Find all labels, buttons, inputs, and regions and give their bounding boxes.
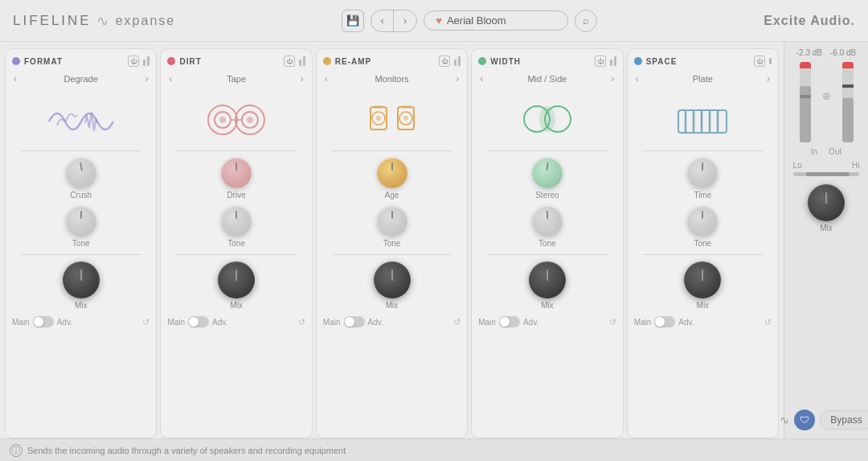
reamp-tone-knob[interactable] [377,206,407,237]
reamp-next-arrow[interactable]: › [452,72,462,86]
module-reamp-dot [323,57,331,65]
reamp-reset-button[interactable]: ↺ [453,317,461,327]
out-meter-handle[interactable] [842,84,854,88]
drive-knob-section: Drive [221,158,252,200]
wave-icon[interactable]: ∿ [780,414,789,426]
reamp-toggle[interactable] [344,316,365,327]
space-reset-button[interactable]: ↺ [764,317,772,327]
width-mix-knob[interactable] [529,261,566,298]
space-toggle[interactable] [654,316,675,327]
module-width-dot [478,57,486,65]
module-dirt-power[interactable]: ⏻ [284,56,295,67]
width-toggle-thumb [500,317,510,327]
space-prev-arrow[interactable]: ‹ [633,72,642,86]
width-visual [472,91,622,147]
module-reamp-header: RE-AMP ⏻ [317,49,467,70]
space-mix-knob-section: Mix [684,261,721,310]
main-content: FORMAT ⏻ ‹ Degrade › [0,42,868,438]
lohi-track[interactable] [793,172,860,176]
crush-knob[interactable] [66,158,96,188]
width-tone-knob[interactable] [532,206,563,237]
dirt-sep2 [176,254,297,255]
in-meter-handle[interactable] [800,95,811,98]
dirt-tone-knob[interactable] [221,206,252,237]
lo-label: Lo [793,161,802,170]
module-space-power[interactable]: ⏻ [754,56,765,67]
bar1 [769,58,772,64]
format-tone-knob[interactable] [66,206,96,237]
link-section: ⊕ [821,90,833,102]
shield-button[interactable]: 🛡 [794,410,815,430]
module-reamp-power[interactable]: ⏻ [439,56,450,67]
reamp-sep2 [332,254,452,255]
next-preset-button[interactable]: › [394,10,416,31]
module-width-title: WIDTH [490,57,590,66]
reamp-mix-label: Mix [386,301,399,310]
module-dirt-preset-nav: ‹ Tape › [161,70,311,91]
svg-rect-14 [401,105,411,109]
dirt-prev-arrow[interactable]: ‹ [166,72,175,86]
format-mix-knob-section: Mix [63,261,100,310]
format-main-label: Main [12,318,30,327]
master-mix-knob[interactable] [808,184,845,221]
preset-display[interactable]: ♥ Aerial Bloom [424,10,568,31]
module-space-bars [769,58,772,64]
dirt-toggle-thumb [189,317,199,327]
width-main-label: Main [478,318,496,327]
space-mix-indicator [702,270,703,281]
time-knob[interactable] [687,158,718,188]
bar1 [610,60,612,66]
save-button[interactable]: 💾 [342,10,364,32]
dirt-visual [161,91,311,147]
dirt-toggle[interactable] [188,316,209,327]
bar2 [458,56,461,66]
module-format-preset-nav: ‹ Degrade › [6,70,156,91]
reamp-preset-label: Monitors [375,74,408,84]
dirt-next-arrow[interactable]: › [297,72,307,86]
width-next-arrow[interactable]: › [608,72,618,86]
format-prev-arrow[interactable]: ‹ [10,72,20,86]
space-next-arrow[interactable]: › [764,72,773,86]
drive-knob[interactable] [221,158,252,188]
stereo-label: Stereo [535,191,559,200]
module-width-power[interactable]: ⏻ [595,56,606,67]
width-tone-indicator [547,211,548,219]
width-footer: Main Adv. ↺ [472,313,622,329]
width-toggle[interactable] [499,316,520,327]
search-button[interactable]: ⌕ [575,10,597,32]
dirt-tone-knob-section: Tone [221,206,252,248]
dirt-mix-knob[interactable] [218,261,255,298]
age-knob[interactable] [377,158,407,188]
format-next-arrow[interactable]: › [141,72,151,86]
link-icon[interactable]: ⊕ [822,90,831,102]
reamp-mix-knob[interactable] [374,261,411,298]
format-reset-button[interactable]: ↺ [142,317,149,327]
space-mix-knob[interactable] [684,261,721,298]
age-knob-section: Age [377,158,407,200]
format-toggle[interactable] [33,316,54,327]
width-prev-arrow[interactable]: ‹ [477,72,486,86]
module-reamp-preset-nav: ‹ Monitors › [317,70,467,91]
space-tone-knob[interactable] [687,206,718,237]
dirt-reset-button[interactable]: ↺ [298,317,305,327]
width-mix-knob-section: Mix [529,261,566,310]
module-width: WIDTH ⏻ ‹ Mid / Side › [471,48,623,438]
dirt-sep1 [176,150,297,151]
width-reset-button[interactable]: ↺ [609,317,616,327]
module-space: SPACE ⏻ ‹ Plate › [627,48,779,438]
bypass-button[interactable]: Bypass [820,410,868,430]
module-format-title: FORMAT [24,57,124,66]
svg-point-5 [247,117,253,123]
svg-rect-10 [374,105,383,109]
module-format-power[interactable]: ⏻ [128,56,139,67]
stereo-knob[interactable] [532,158,563,188]
module-format-header: FORMAT ⏻ [6,49,156,70]
space-mix-label: Mix [697,301,710,310]
crush-knob-indicator [80,163,83,171]
db-values: -2.3 dB -6.0 dB [789,48,863,57]
prev-preset-button[interactable]: ‹ [371,10,394,31]
module-reamp-bars [454,56,461,66]
format-mix-knob[interactable] [63,261,100,298]
reamp-prev-arrow[interactable]: ‹ [321,72,331,86]
module-width-preset-nav: ‹ Mid / Side › [472,70,622,91]
